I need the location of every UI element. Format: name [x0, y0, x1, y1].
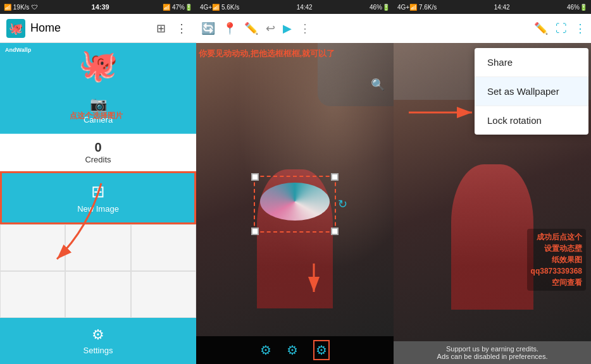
handle-br[interactable] — [331, 228, 339, 235]
image-slot-1[interactable] — [0, 224, 65, 271]
set-as-wallpaper-menu-item[interactable]: Set as Wallpaper — [475, 77, 588, 106]
add-icon[interactable]: ⊞ — [154, 19, 168, 38]
image-grid — [0, 224, 196, 318]
selection-box[interactable]: ↻ — [254, 176, 336, 233]
signal-mid: 4G+📶 5.6K/s — [200, 4, 239, 11]
right-image-area: Share Set as Wallpaper Lock rotation 成功后… — [394, 43, 591, 341]
settings-icon: ⚙ — [92, 327, 104, 343]
image-slot-4[interactable] — [0, 271, 65, 318]
status-right-left: 4G+📶 7.6K/s — [397, 4, 437, 11]
battery-right: 46%🔋 — [567, 4, 587, 11]
settings-label: Settings — [84, 346, 113, 355]
credits-value: 0 — [94, 140, 101, 155]
battery-mid: 46%🔋 — [370, 4, 390, 11]
mid-image-area: 你要见动动动,把他选框框框,就可以了 🔍 ↻ — [196, 43, 394, 336]
right-panel: 4G+📶 7.6K/s 14:42 46%🔋 ✏️ ⛶ ⋮ Share Set … — [394, 0, 591, 364]
mid-annotation-text: 你要见动动动,把他选框框框,就可以了 — [199, 48, 335, 59]
shield-icon: 🛡 — [32, 4, 38, 11]
status-bar-mid: 4G+📶 5.6K/s 14:42 46%🔋 — [196, 0, 394, 14]
fullscreen-icon[interactable]: ⛶ — [556, 22, 567, 35]
right-annotation-text: 成功后点这个 设置动态壁 纸效果图 qq3873339368 空间查看 — [527, 229, 586, 291]
edit-icon[interactable]: ✏️ — [244, 21, 258, 35]
signal-strength: 📶 19K/s — [4, 4, 29, 11]
pencil-icon[interactable]: ✏️ — [534, 21, 548, 35]
battery-left: 47%🔋 — [172, 4, 192, 11]
status-right-icons-left: 📶 47%🔋 — [163, 4, 192, 11]
image-slot-6[interactable] — [131, 271, 196, 318]
bottom-ad-bar: Support us by earning credits. Ads can b… — [394, 341, 591, 364]
new-image-icon: ⊞ — [91, 182, 105, 202]
image-slot-3[interactable] — [131, 224, 196, 271]
effect-icon-2[interactable]: ⚙ — [287, 343, 298, 358]
rotate-handle[interactable]: ↻ — [338, 197, 347, 211]
toolbar-right: ✏️ ⛶ ⋮ — [394, 14, 591, 43]
clock-right: 14:42 — [494, 4, 510, 11]
signal-right: 4G+📶 7.6K/s — [397, 4, 437, 11]
clock-left: 14:39 — [92, 3, 109, 11]
mid-arrow-down — [295, 260, 333, 298]
search-icon-mid[interactable]: 🔍 — [371, 78, 385, 92]
share-menu-item[interactable]: Share — [475, 48, 588, 77]
bottom-toolbar-mid: ⚙ ⚙ ⚙ — [196, 336, 394, 364]
handle-tr[interactable] — [331, 173, 339, 181]
image-slot-2[interactable] — [65, 224, 130, 271]
left-panel: 📶 19K/s 🛡 14:39 📶 47%🔋 🐙 Home ⊞ ⋮ AndWal… — [0, 0, 196, 364]
camera-label: Camera — [84, 115, 113, 124]
status-bar-left: 📶 19K/s 🛡 14:39 📶 47%🔋 — [0, 0, 196, 14]
app-icon: 🐙 — [6, 19, 25, 38]
toolbar-left: 🐙 Home ⊞ ⋮ — [0, 14, 196, 43]
left-content: AndWallp 🐙 📷 Camera 0 Credits ⊞ New Imag… — [0, 43, 196, 364]
status-bar-right: 4G+📶 7.6K/s 14:42 46%🔋 — [394, 0, 591, 14]
dropdown-menu: Share Set as Wallpaper Lock rotation — [475, 48, 588, 135]
status-right-right: 46%🔋 — [567, 4, 587, 11]
logo-area: AndWallp 🐙 — [0, 43, 196, 87]
credits-label: Credits — [85, 155, 111, 164]
settings-menu-item[interactable]: ⚙ Settings — [0, 318, 196, 364]
handle-bl[interactable] — [251, 228, 259, 235]
right-woman-figure — [451, 164, 533, 310]
middle-panel: 4G+📶 5.6K/s 14:42 46%🔋 🔄 📍 ✏️ ↩ ▶ ⋮ 你要见动… — [196, 0, 394, 364]
pin-icon[interactable]: 📍 — [223, 21, 237, 35]
effect-icon-3[interactable]: ⚙ — [313, 340, 330, 360]
octopus-logo: 🐙 — [78, 49, 118, 81]
rotate-icon[interactable]: 🔄 — [201, 21, 215, 35]
credits-item: 0 Credits — [0, 134, 196, 171]
clock-mid: 14:42 — [297, 4, 313, 11]
status-left-info: 📶 19K/s 🛡 — [4, 4, 38, 11]
logo-text: AndWallp — [5, 47, 31, 53]
toolbar-mid: 🔄 📍 ✏️ ↩ ▶ ⋮ — [196, 14, 394, 43]
status-mid-left: 4G+📶 5.6K/s — [200, 4, 239, 11]
play-icon[interactable]: ▶ — [283, 21, 292, 35]
new-image-label: New Image — [77, 204, 119, 214]
camera-icon: 📷 — [90, 96, 107, 112]
more-icon[interactable]: ⋮ — [173, 19, 190, 38]
page-title: Home — [30, 21, 149, 35]
more-right-icon[interactable]: ⋮ — [575, 21, 586, 35]
effect-icon-1[interactable]: ⚙ — [260, 343, 271, 358]
status-mid-right: 46%🔋 — [370, 4, 390, 11]
right-arrow-wallpaper — [396, 94, 478, 131]
lock-rotation-menu-item[interactable]: Lock rotation — [475, 106, 588, 135]
new-image-button[interactable]: ⊞ New Image — [0, 171, 196, 224]
wifi-icon: 📶 — [163, 4, 170, 11]
camera-menu-item[interactable]: 📷 Camera — [0, 87, 196, 134]
image-slot-5[interactable] — [65, 271, 130, 318]
handle-tl[interactable] — [251, 173, 259, 181]
more-mid-icon[interactable]: ⋮ — [299, 21, 311, 35]
undo-icon[interactable]: ↩ — [266, 21, 275, 35]
